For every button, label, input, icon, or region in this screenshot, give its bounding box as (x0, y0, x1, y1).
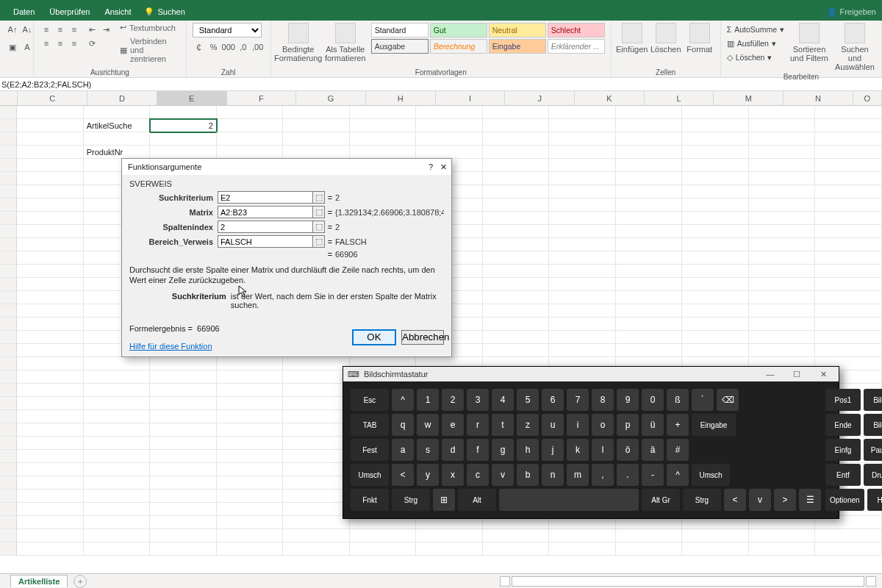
key[interactable]: e (442, 414, 464, 436)
range-select-icon[interactable]: ⬚ (313, 235, 325, 248)
cell[interactable] (682, 304, 749, 318)
cell[interactable] (616, 238, 683, 251)
cell[interactable] (283, 516, 350, 529)
key[interactable] (499, 489, 639, 511)
style-berechnung[interactable]: Berechnung (430, 39, 487, 54)
cell[interactable] (616, 265, 683, 278)
cell[interactable] (616, 304, 683, 318)
cell[interactable] (749, 212, 816, 225)
nav-key[interactable]: Bild↑ (864, 389, 882, 411)
thousands-icon[interactable]: 000 (222, 40, 235, 54)
cell[interactable] (815, 106, 882, 119)
cell[interactable] (616, 212, 683, 225)
cell[interactable] (150, 516, 217, 529)
cell[interactable] (217, 384, 284, 397)
cell[interactable] (283, 410, 350, 423)
conditional-formatting-button[interactable]: Bedingte Formatierung (277, 23, 320, 62)
key[interactable]: f (467, 439, 489, 461)
key[interactable]: 8 (592, 389, 614, 411)
cell[interactable] (283, 384, 350, 397)
key[interactable]: x (442, 464, 464, 486)
cell[interactable] (416, 146, 483, 159)
cell[interactable] (616, 106, 683, 119)
cell[interactable] (84, 423, 151, 437)
key[interactable]: h (517, 439, 539, 461)
cell[interactable] (350, 529, 417, 542)
cell[interactable] (416, 542, 483, 556)
key[interactable]: y (417, 464, 439, 486)
key[interactable]: Umsch (351, 464, 389, 486)
cell[interactable] (217, 370, 284, 384)
key[interactable]: Alt Gr (642, 489, 680, 511)
cell[interactable] (283, 542, 350, 556)
cell[interactable] (350, 106, 417, 119)
col-C[interactable]: C (18, 91, 87, 105)
cell[interactable] (815, 344, 882, 357)
cell[interactable] (150, 370, 217, 384)
cell[interactable] (682, 529, 749, 542)
key[interactable]: z (517, 414, 539, 436)
cell[interactable] (17, 225, 84, 238)
cell[interactable] (815, 159, 882, 172)
cell[interactable] (483, 185, 550, 198)
cell[interactable] (17, 397, 84, 410)
help-icon[interactable]: ? (429, 162, 433, 172)
dec-indent-icon[interactable]: ⇤ (85, 23, 98, 36)
nav-key[interactable]: Optionen (825, 489, 864, 511)
cell[interactable] (483, 146, 550, 159)
cell[interactable] (17, 278, 84, 291)
key[interactable]: Esc (351, 389, 389, 411)
key[interactable]: ☰ (799, 489, 821, 511)
cell[interactable] (749, 146, 816, 159)
cell[interactable] (616, 132, 683, 146)
cell[interactable] (483, 318, 550, 331)
cell[interactable] (616, 225, 683, 238)
cell[interactable] (283, 132, 350, 146)
align-top-icon[interactable]: ≡ (40, 23, 53, 36)
cell[interactable] (283, 476, 350, 490)
sheet-tab-artikelliste[interactable]: Artikelliste (10, 575, 68, 587)
cell[interactable] (682, 344, 749, 357)
key[interactable]: ^ (392, 389, 414, 411)
col-G[interactable]: G (296, 91, 366, 105)
menu-ueberpruefen[interactable]: Überprüfen (42, 7, 97, 16)
cell[interactable] (416, 132, 483, 146)
key[interactable]: ß (667, 389, 689, 411)
cell[interactable] (682, 331, 749, 344)
range-select-icon[interactable]: ⬚ (313, 191, 325, 204)
cell[interactable] (150, 450, 217, 463)
cell[interactable] (549, 291, 616, 304)
cell[interactable] (150, 397, 217, 410)
cell[interactable] (549, 238, 616, 251)
range-select-icon[interactable]: ⬚ (313, 220, 325, 233)
cell[interactable] (217, 106, 284, 119)
cell[interactable] (217, 132, 284, 146)
param-input-2[interactable] (218, 220, 313, 233)
cell[interactable] (217, 450, 284, 463)
cell[interactable] (549, 159, 616, 172)
col-K[interactable]: K (575, 91, 645, 105)
nav-key[interactable]: Einfg (825, 439, 861, 461)
font-grow-icon[interactable]: A↑ (6, 23, 19, 36)
cell[interactable] (549, 106, 616, 119)
key[interactable]: 1 (417, 389, 439, 411)
param-input-0[interactable] (218, 191, 313, 204)
cell[interactable] (549, 331, 616, 344)
cell[interactable] (283, 503, 350, 516)
cancel-button[interactable]: Abbrechen (401, 330, 444, 345)
cell[interactable] (84, 106, 151, 119)
cell[interactable] (483, 159, 550, 172)
col-D[interactable]: D (87, 91, 157, 105)
cell[interactable] (217, 542, 284, 556)
cell[interactable] (283, 490, 350, 503)
col-O[interactable]: O (853, 91, 882, 105)
cell[interactable] (17, 410, 84, 423)
key[interactable]: TAB (351, 414, 389, 436)
param-input-3[interactable] (218, 235, 313, 248)
cell[interactable] (84, 516, 151, 529)
cell[interactable] (17, 132, 84, 146)
cell[interactable] (682, 119, 749, 132)
number-format-combo[interactable]: Standard (193, 23, 262, 37)
minimize-icon[interactable]: — (759, 370, 781, 379)
cell[interactable] (84, 490, 151, 503)
